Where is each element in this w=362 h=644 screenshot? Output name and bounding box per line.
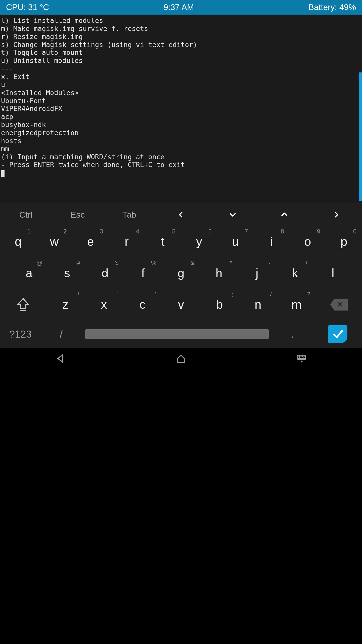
key-v[interactable]: :v <box>162 289 200 320</box>
battery: Battery: 49% <box>308 3 356 12</box>
cursor <box>1 170 5 177</box>
key-main-label: m <box>292 298 302 311</box>
key-alt-label: ? <box>307 291 310 298</box>
key-main-label: i <box>270 235 273 249</box>
key-main-label: p <box>341 235 347 249</box>
period-key[interactable]: . <box>272 329 313 340</box>
key-z[interactable]: !z <box>46 289 85 320</box>
key-alt-label: / <box>270 291 272 298</box>
key-alt-label: _ <box>343 259 346 266</box>
key-alt-label: 1 <box>27 228 31 235</box>
terminal-area[interactable]: l) List installed modulesm) Make magisk.… <box>0 15 362 203</box>
key-main-label: g <box>178 266 185 280</box>
key-main-label: v <box>178 298 184 311</box>
kb-row-2: @a#s$d%f&g*h-j+k_l <box>0 257 362 289</box>
key-d[interactable]: $d <box>86 257 124 289</box>
esc-key[interactable]: Esc <box>52 210 104 220</box>
key-main-label: c <box>140 298 146 311</box>
key-w[interactable]: 2w <box>36 226 72 257</box>
svg-rect-3 <box>300 356 301 357</box>
svg-rect-6 <box>304 356 305 357</box>
key-e[interactable]: 3e <box>72 226 109 257</box>
key-s[interactable]: #s <box>48 257 86 289</box>
key-b[interactable]: ;b <box>200 289 239 320</box>
key-alt-label: 8 <box>281 228 284 235</box>
key-alt-label: ; <box>232 291 233 298</box>
backspace-key[interactable]: ✕ <box>316 289 362 320</box>
arrow-left-key[interactable] <box>155 209 207 220</box>
symbols-key[interactable]: ?123 <box>0 329 41 340</box>
terminal-line: --- <box>1 65 362 73</box>
key-alt-label: & <box>191 259 195 266</box>
key-x[interactable]: "x <box>85 289 123 320</box>
arrow-up-key[interactable] <box>259 209 310 220</box>
spacebar[interactable] <box>82 329 272 339</box>
terminal-line: - Press ENTER twice when done, CTRL+C to… <box>1 161 362 169</box>
key-l[interactable]: _l <box>314 257 352 289</box>
key-h[interactable]: *h <box>200 257 238 289</box>
key-r[interactable]: 4r <box>109 226 145 257</box>
check-icon <box>332 329 343 339</box>
key-alt-label: * <box>230 259 232 266</box>
svg-rect-5 <box>303 356 304 357</box>
key-k[interactable]: +k <box>276 257 314 289</box>
key-alt-label: 5 <box>172 228 175 235</box>
key-g[interactable]: &g <box>162 257 200 289</box>
key-main-label: d <box>102 266 108 280</box>
nav-bar <box>0 348 362 371</box>
home-button[interactable] <box>176 353 186 365</box>
key-main-label: s <box>64 266 70 280</box>
terminal-line: s) Change Magisk settings (using vi text… <box>1 41 362 49</box>
key-main-label: n <box>255 298 261 311</box>
key-t[interactable]: 5t <box>145 226 181 257</box>
key-alt-label: ! <box>77 291 79 298</box>
key-alt-label: # <box>77 259 80 266</box>
kb-row-3-letters: !z"x'c:v;b/n?m <box>46 289 316 320</box>
hide-keyboard-button[interactable] <box>297 353 307 365</box>
key-main-label: w <box>50 235 59 249</box>
key-alt-label: $ <box>115 259 118 266</box>
terminal-line: <Installed Modules> <box>1 89 362 97</box>
key-o[interactable]: 9o <box>290 226 326 257</box>
slash-key[interactable]: / <box>41 329 81 340</box>
key-n[interactable]: /n <box>239 289 277 320</box>
back-icon <box>55 353 65 364</box>
key-alt-label: + <box>305 259 308 266</box>
key-m[interactable]: ?m <box>277 289 316 320</box>
terminal-output[interactable]: l) List installed modulesm) Make magisk.… <box>0 15 362 203</box>
key-y[interactable]: 6y <box>181 226 217 257</box>
arrow-right-key[interactable] <box>310 209 362 220</box>
ctrl-key[interactable]: Ctrl <box>0 210 52 220</box>
key-main-label: z <box>62 298 68 311</box>
key-j[interactable]: -j <box>238 257 276 289</box>
back-button[interactable] <box>55 353 65 365</box>
key-main-label: h <box>216 266 222 280</box>
enter-key[interactable] <box>313 325 362 343</box>
key-main-label: k <box>292 266 298 280</box>
key-c[interactable]: 'c <box>123 289 162 320</box>
key-q[interactable]: 1q <box>0 226 36 257</box>
status-bar: CPU: 31 °C 9:37 AM Battery: 49% <box>0 0 362 15</box>
clock: 9:37 AM <box>163 3 194 12</box>
key-alt-label: 4 <box>136 228 139 235</box>
arrow-down-key[interactable] <box>207 209 259 220</box>
key-p[interactable]: 0p <box>326 226 362 257</box>
svg-marker-10 <box>300 361 303 363</box>
tab-key[interactable]: Tab <box>103 210 155 220</box>
key-main-label: q <box>15 235 22 249</box>
terminal-line: mm <box>1 145 362 153</box>
scrollbar[interactable] <box>359 72 362 201</box>
svg-rect-8 <box>300 357 304 358</box>
key-alt-label: - <box>268 259 270 266</box>
svg-rect-2 <box>298 356 299 357</box>
key-u[interactable]: 7u <box>217 226 253 257</box>
kb-row-4: ?123 / . <box>0 320 362 348</box>
key-f[interactable]: %f <box>124 257 162 289</box>
terminal-line: x. Exit <box>1 73 362 81</box>
shift-key[interactable] <box>0 289 46 320</box>
key-main-label: j <box>256 266 258 280</box>
key-a[interactable]: @a <box>10 257 48 289</box>
terminal-line: ViPER4AndroidFX <box>1 105 362 113</box>
key-i[interactable]: 8i <box>253 226 290 257</box>
key-main-label: r <box>125 235 129 249</box>
